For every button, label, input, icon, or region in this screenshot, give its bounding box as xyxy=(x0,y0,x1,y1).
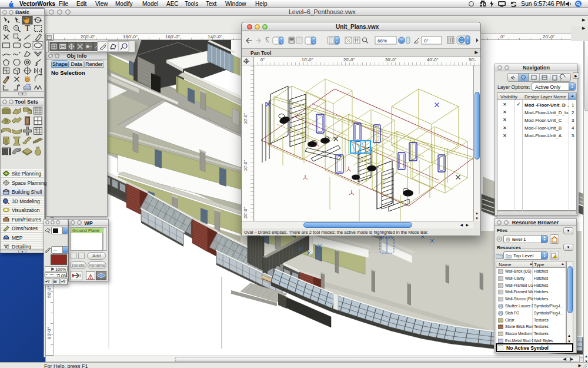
svg-text:--: -- xyxy=(307,38,310,42)
svg-text:0°: 0° xyxy=(424,38,429,44)
svg-text:--: -- xyxy=(275,38,278,42)
svg-text:T: T xyxy=(25,24,30,33)
svg-text:66%: 66% xyxy=(377,38,387,44)
